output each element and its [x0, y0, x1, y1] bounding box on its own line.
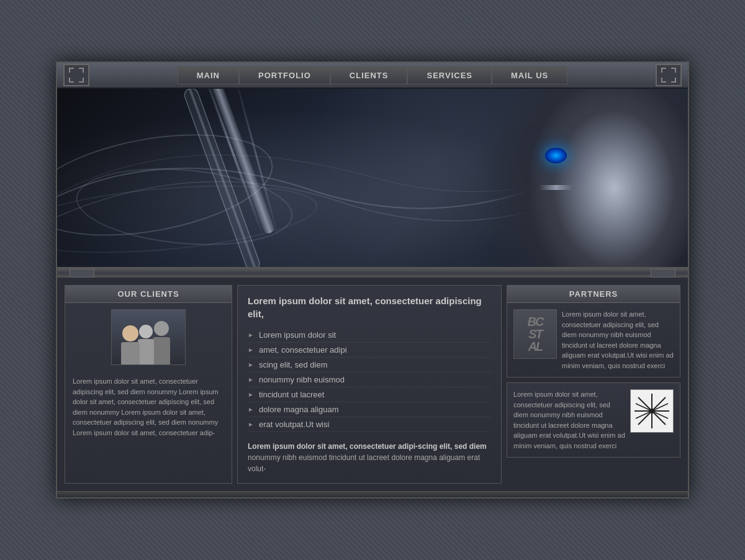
bullet-text-7: erat volutpat.Ut wisi	[259, 420, 329, 429]
bullet-arrow-icon: ►	[248, 376, 254, 383]
nav-item-services[interactable]: SERVICES	[407, 66, 492, 84]
main-intro-text: Lorem ipsum dolor sit amet, consectetuer…	[248, 294, 491, 320]
bullet-item-1: ► Lorem ipsum dolor sit	[248, 328, 491, 343]
bullet-text-6: dolore magna aliguam	[259, 405, 339, 414]
main-content-column: Lorem ipsum dolor sit amet, consectetuer…	[237, 285, 502, 484]
bullet-item-6: ► dolore magna aliguam	[248, 402, 491, 417]
starburst-icon	[633, 392, 670, 430]
nav-corner-left	[63, 64, 89, 86]
page-wrapper: MAIN PORTFOLIO CLIENTS SERVICES MAIL US	[56, 61, 689, 499]
partner-logo-line-1: BC	[528, 315, 543, 328]
nav-item-mail-us[interactable]: MAIL US	[492, 66, 567, 84]
bullet-text-4: nonummy nibh euismod	[259, 375, 345, 384]
partners-title: PARTNERS	[515, 289, 672, 299]
bullet-list: ► Lorem ipsum dolor sit ► amet, consecte…	[248, 328, 491, 432]
sep-tab-left	[70, 269, 94, 278]
partner-2-logo	[630, 389, 674, 433]
partner-logo-line-3: AL	[528, 340, 543, 353]
partner-1-content: BC ST AL Lorem ipsum dolor sit amet, con…	[507, 303, 680, 377]
nav-items: MAIN PORTFOLIO CLIENTS SERVICES MAIL US	[89, 66, 656, 84]
partner-1-logo: BC ST AL	[513, 309, 557, 359]
sep-tab-right	[651, 269, 675, 278]
svg-rect-9	[121, 342, 140, 365]
partner-2-content: Lorem ipsum dolor sit amet, consectetuer…	[507, 383, 680, 457]
svg-point-16	[649, 409, 654, 413]
svg-rect-5	[153, 337, 170, 365]
bullet-text-5: tincidunt ut lacreet	[259, 390, 325, 399]
bullet-item-4: ► nonummy nibh euismod	[248, 373, 491, 387]
bullet-item-5: ► tincidunt ut lacreet	[248, 387, 491, 402]
client-people-svg	[112, 310, 186, 365]
robot-face-render	[477, 89, 688, 269]
partner-box-1: PARTNERS BC ST AL Lorem ipsum dolor sit …	[507, 285, 680, 377]
svg-rect-7	[138, 339, 154, 365]
svg-point-4	[154, 321, 169, 336]
nav-corner-right	[656, 64, 682, 86]
partner-box-2: Lorem ipsum dolor sit amet, consectetuer…	[507, 382, 680, 458]
nav-item-portfolio[interactable]: PORTFOLIO	[239, 66, 330, 84]
clients-column: OUR CLIENTS	[65, 285, 232, 484]
svg-point-8	[122, 325, 138, 341]
separator	[57, 269, 688, 278]
bullet-text-3: scing elit, sed diem	[259, 360, 328, 369]
content-area: OUR CLIENTS	[57, 278, 688, 491]
bottom-bar	[57, 491, 688, 497]
nav-item-main[interactable]: MAIN	[178, 66, 239, 84]
bullet-item-3: ► scing elit, sed diem	[248, 358, 491, 373]
navigation-bar: MAIN PORTFOLIO CLIENTS SERVICES MAIL US	[57, 63, 688, 89]
clients-body-text: Lorem ipsum dolor sit amet, consectetuer…	[65, 371, 232, 443]
robot-face	[477, 89, 688, 269]
bullet-arrow-icon: ►	[248, 391, 254, 398]
partner-1-text: Lorem ipsum dolor sit amet, consectetuer…	[562, 309, 674, 371]
bullet-arrow-icon: ►	[248, 332, 254, 338]
bullet-arrow-icon: ►	[248, 361, 254, 368]
clients-title: OUR CLIENTS	[73, 289, 224, 299]
partners-header: PARTNERS	[507, 286, 680, 303]
bullet-arrow-icon: ►	[248, 421, 254, 428]
partner-2-text: Lorem ipsum dolor sit amet, consectetuer…	[513, 389, 625, 451]
corner-decoration-left	[68, 66, 85, 84]
main-footer-text: Lorem ipsum dolor sit amet, consectetuer…	[248, 441, 491, 474]
partners-column: PARTNERS BC ST AL Lorem ipsum dolor sit …	[507, 285, 680, 484]
client-image-box	[111, 309, 186, 365]
hero-banner	[57, 89, 688, 269]
bullet-arrow-icon: ►	[248, 346, 254, 353]
corner-decoration-right	[660, 66, 677, 84]
clients-header: OUR CLIENTS	[65, 286, 232, 303]
svg-point-6	[139, 325, 153, 338]
bullet-text-1: Lorem ipsum dolor sit	[259, 330, 336, 340]
bullet-text-2: amet, consectetuer adipi	[259, 345, 347, 355]
bullet-arrow-icon: ►	[248, 406, 254, 413]
nav-item-clients[interactable]: CLIENTS	[330, 66, 408, 84]
bullet-item-7: ► erat volutpat.Ut wisi	[248, 417, 491, 432]
bullet-item-2: ► amet, consectetuer adipi	[248, 343, 491, 358]
partner-logo-line-2: ST	[528, 328, 542, 340]
